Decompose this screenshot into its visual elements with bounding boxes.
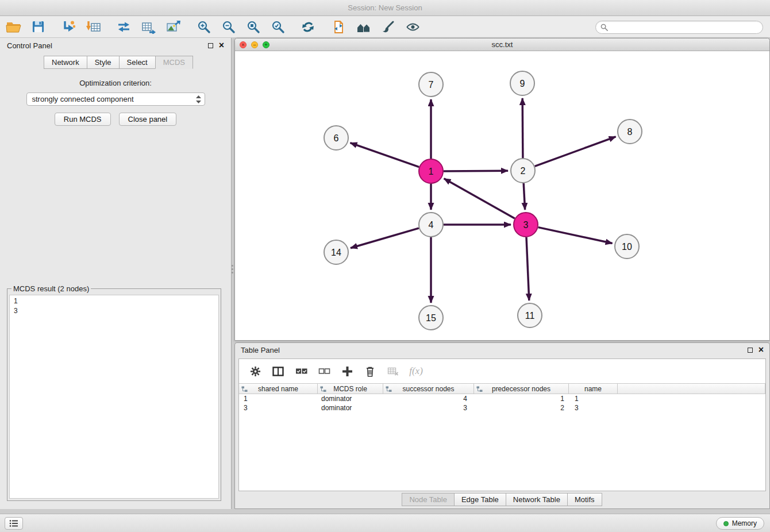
graph-node-label: 7	[429, 80, 434, 90]
graph-edge-2-3[interactable]	[523, 183, 525, 210]
tab-edge-table[interactable]: Edge Table	[454, 493, 506, 506]
graph-node-6[interactable]: 6	[324, 126, 348, 150]
zoom-in-button[interactable]	[195, 18, 212, 36]
import-table-button[interactable]	[84, 18, 102, 36]
close-panel-button-mcds[interactable]: Close panel	[119, 113, 177, 126]
tab-select[interactable]: Select	[119, 56, 156, 69]
show-hide-graphics-button[interactable]	[404, 18, 421, 36]
control-panel-tabs: Network Style Select MCDS	[44, 56, 231, 69]
graph-edge-3-1[interactable]	[444, 179, 515, 218]
tab-network[interactable]: Network	[44, 56, 87, 69]
graph-edge-2-8[interactable]	[535, 137, 616, 167]
column-header-shared-name[interactable]: shared name	[239, 384, 318, 394]
table-panel-title: Table Panel	[241, 346, 748, 354]
network-window-titlebar[interactable]: × – + scc.txt	[235, 38, 769, 51]
graph-edge-3-10[interactable]	[538, 228, 613, 244]
tab-node-table[interactable]: Node Table	[402, 493, 455, 506]
graph-node-2[interactable]: 2	[511, 159, 535, 183]
graph-edge-1-6[interactable]	[351, 143, 419, 167]
apply-layout-button[interactable]	[299, 18, 317, 36]
graph-node-4[interactable]: 4	[419, 213, 443, 237]
cell-successor-nodes[interactable]: 3	[383, 403, 474, 413]
task-history-button[interactable]	[5, 517, 23, 530]
search-input[interactable]	[608, 21, 763, 33]
network-canvas[interactable]: 7968124314101511	[235, 51, 769, 340]
new-network-view-button[interactable]	[115, 18, 132, 36]
tab-mcds[interactable]: MCDS	[155, 56, 193, 69]
float-panel-button[interactable]	[208, 41, 213, 50]
zoom-fit-button[interactable]	[244, 18, 261, 36]
graph-node-label: 3	[523, 220, 529, 230]
table-header-row: shared name MCDS role successor nodes pr…	[239, 383, 765, 394]
graph-node-1[interactable]: 1	[419, 159, 443, 183]
table-options-button[interactable]	[249, 365, 261, 377]
graph-node-7[interactable]: 7	[419, 72, 443, 97]
column-header-successor-nodes[interactable]: successor nodes	[383, 384, 474, 394]
window-zoom-button[interactable]: +	[263, 41, 270, 48]
function-builder-button[interactable]: f(x)	[410, 365, 422, 377]
deselect-all-columns-button[interactable]	[318, 365, 330, 377]
export-table-button[interactable]	[140, 18, 157, 36]
table-row[interactable]: 3 dominator 3 2 3	[239, 403, 765, 413]
graph-node-3[interactable]: 3	[514, 213, 538, 237]
select-all-columns-button[interactable]	[295, 365, 307, 377]
search-box[interactable]	[595, 21, 763, 34]
export-image-button[interactable]	[164, 18, 182, 36]
cell-mcds-role[interactable]: dominator	[318, 403, 383, 413]
graph-node-10[interactable]: 10	[615, 234, 639, 259]
save-session-button[interactable]	[29, 18, 47, 36]
close-icon: ×	[219, 40, 224, 50]
column-header-mcds-role[interactable]: MCDS role	[318, 384, 383, 394]
graph-node-15[interactable]: 15	[419, 306, 443, 330]
mcds-result-textarea[interactable]: 1 3	[9, 295, 219, 499]
cell-name[interactable]: 1	[569, 394, 618, 403]
cell-predecessor-nodes[interactable]: 1	[474, 394, 569, 403]
appearance-button[interactable]	[379, 18, 396, 36]
table-row[interactable]: 1 dominator 4 1 1	[239, 394, 765, 403]
graph-node-label: 10	[622, 242, 632, 252]
graph-node-14[interactable]: 14	[324, 240, 348, 264]
tab-motifs[interactable]: Motifs	[567, 493, 602, 506]
graph-node-9[interactable]: 9	[510, 71, 534, 95]
cell-successor-nodes[interactable]: 4	[383, 394, 474, 403]
create-column-button[interactable]	[341, 365, 353, 377]
zoom-out-button[interactable]	[220, 18, 237, 36]
graph-node-label: 8	[627, 127, 633, 137]
tab-style[interactable]: Style	[87, 56, 120, 69]
memory-button[interactable]: Memory	[716, 517, 764, 530]
graph-node-8[interactable]: 8	[618, 119, 642, 144]
show-columns-button[interactable]	[272, 365, 284, 377]
control-panel: Control Panel × Network Style Select MCD…	[0, 38, 232, 509]
close-table-panel-button[interactable]: ×	[759, 346, 764, 354]
float-table-panel-button[interactable]	[748, 346, 753, 354]
column-header-predecessor-nodes[interactable]: predecessor nodes	[474, 384, 569, 394]
run-mcds-button[interactable]: Run MCDS	[55, 113, 111, 126]
cell-shared-name[interactable]: 1	[239, 394, 318, 403]
graph-edge-2-9[interactable]	[522, 98, 523, 158]
zoom-selected-button[interactable]	[269, 18, 286, 36]
import-network-button[interactable]	[60, 18, 77, 36]
graph-node-11[interactable]: 11	[518, 303, 542, 327]
graph-edge-1-2[interactable]	[444, 171, 508, 171]
optimization-criterion-select[interactable]: strongly connected component	[26, 92, 205, 106]
first-neighbors-button[interactable]	[330, 18, 347, 36]
graph-edge-3-11[interactable]	[526, 237, 529, 300]
cell-shared-name[interactable]: 3	[239, 403, 318, 413]
open-session-button[interactable]	[5, 18, 22, 36]
show-all-views-button[interactable]	[355, 18, 372, 36]
cell-name[interactable]: 3	[569, 403, 618, 413]
columns-icon	[272, 366, 284, 377]
delete-table-button[interactable]	[387, 365, 399, 377]
window-minimize-button[interactable]: –	[251, 41, 258, 48]
table-panel-content: f(x) shared name MCDS role successor nod…	[238, 358, 766, 491]
window-close-button[interactable]: ×	[240, 41, 247, 48]
cell-mcds-role[interactable]: dominator	[318, 394, 383, 403]
graph-edge-4-14[interactable]	[351, 228, 419, 248]
close-panel-button[interactable]: ×	[219, 41, 224, 50]
tab-network-table[interactable]: Network Table	[506, 493, 568, 506]
cell-predecessor-nodes[interactable]: 2	[474, 403, 569, 413]
select-arrows-icon	[196, 95, 201, 103]
delete-column-button[interactable]	[364, 365, 376, 377]
panel-divider-grip[interactable]	[231, 261, 234, 276]
column-header-name[interactable]: name	[569, 384, 618, 394]
